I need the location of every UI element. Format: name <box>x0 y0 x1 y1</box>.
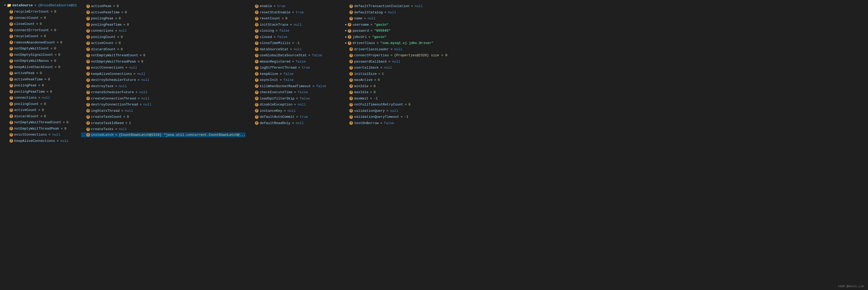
field-row-notEmptyWaitThreadPeak: f notEmptyWaitThreadPeak = 0 <box>4 125 77 132</box>
field-value: null <box>367 16 375 21</box>
column-3: f defaultTransactionIsolation = null f d… <box>342 2 449 288</box>
field-value: 0 <box>64 126 66 132</box>
field-name: recycleErrorCount <box>14 9 49 14</box>
field-row-driverClassLoader: f driverClassLoader = null <box>344 46 447 52</box>
field-row-notEmptyWaitThreadCount: f notEmptyWaitThreadCount = 0 <box>4 119 77 125</box>
field-name: notEmptySignalCount <box>14 52 53 58</box>
field-badge: f <box>349 60 353 63</box>
column-0: ▼ 📁 dataSource = {DruidDataSource@21 f r… <box>0 2 79 288</box>
field-name: userCallback <box>354 65 379 70</box>
field-row-logDifferentThread: f logDifferentThread = true <box>250 65 340 71</box>
field-row-discardCount: f discardCount = 0 <box>81 46 245 52</box>
field-row-poolingPeakTime: f poolingPeakTime = 0 <box>4 89 77 95</box>
field-name: keepAlive <box>259 71 278 77</box>
field-name: destroyTask <box>91 84 114 89</box>
field-name: destroyConnectionThread <box>91 102 138 107</box>
field-value: true <box>296 10 304 15</box>
col2-rows: f enable = true f resetStatEnable = true… <box>250 3 340 126</box>
field-badge: f <box>86 29 90 33</box>
field-name: closed <box>259 35 272 40</box>
field-name: discardCount <box>14 114 39 119</box>
field-badge: f <box>255 90 258 94</box>
field-badge: f <box>9 10 13 13</box>
field-name: poolingPeakTime <box>91 22 122 28</box>
field-value: "gavin" <box>374 22 389 28</box>
field-badge: f <box>86 4 90 8</box>
field-value: false <box>279 28 289 34</box>
field-row-poolingPeak: f poolingPeak = 0 <box>81 15 245 22</box>
field-row-driverClass: ▶ f driverClass = "com.mysql.cj.jdbc.Dri… <box>344 40 447 46</box>
field-row-userCallback: f userCallback = null <box>344 65 447 71</box>
field-badge: f <box>349 53 353 57</box>
field-badge: f <box>86 41 90 45</box>
field-badge: f <box>86 109 90 113</box>
expand-arrow[interactable]: ▶ <box>345 23 347 27</box>
field-row-initialSize: f initialSize = 1 <box>344 71 447 77</box>
field-name: maxWait <box>354 96 368 101</box>
field-value: 0 <box>54 58 56 64</box>
field-badge: f <box>9 90 13 94</box>
field-value: null <box>52 132 60 137</box>
collapse-arrow[interactable]: ▼ <box>4 4 6 7</box>
field-value: null <box>394 47 402 52</box>
field-row-keepAlive: f keepAlive = false <box>250 71 340 77</box>
field-value: null <box>287 108 296 114</box>
field-row-username: ▶ f username = "gavin" <box>344 22 447 28</box>
field-badge: f <box>86 115 90 119</box>
field-name: defaultTransactionIsolation <box>354 4 409 9</box>
field-row-defaultAutoCommit: f defaultAutoCommit = true <box>250 114 340 120</box>
field-row-initStackTrace: f initStackTrace = null <box>250 22 340 28</box>
field-name: activePeakTime <box>91 10 120 15</box>
field-badge: f <box>86 10 90 14</box>
expand-arrow[interactable]: ▶ <box>345 41 347 45</box>
field-badge: f <box>9 133 13 137</box>
field-value: null <box>137 71 145 77</box>
field-name: maxIdle <box>354 90 368 95</box>
field-row-resetCount: f resetCount = 0 <box>250 15 340 22</box>
field-value: null <box>129 65 137 70</box>
field-badge: f <box>9 127 13 130</box>
field-badge: f <box>9 59 13 63</box>
col1-rows: f activePeak = 0 f activePeakTime = 0 f … <box>81 3 245 137</box>
field-row-activeCount: f activeCount = 0 <box>4 107 77 113</box>
expand-arrow[interactable]: ▶ <box>345 29 347 33</box>
field-badge: f <box>255 121 258 125</box>
field-row-notEmptyWaitCount: f notEmptyWaitCount = 0 <box>4 45 77 52</box>
field-badge: f <box>9 22 13 26</box>
field-name: instanceKey <box>259 108 282 114</box>
field-row-checkExecuteTime: f checkExecuteTime = false <box>250 89 340 96</box>
field-value: 0 <box>54 46 56 51</box>
field-badge: f <box>86 90 90 94</box>
field-value: null <box>143 102 151 107</box>
field-row-password: ▶ f password = "955945" <box>344 28 447 34</box>
field-name: keepAliveConnections <box>91 71 132 77</box>
field-name: activeCount <box>91 41 114 46</box>
field-badge: f <box>86 128 90 131</box>
expand-arrow[interactable]: ▶ <box>345 35 347 39</box>
field-name: resetStatEnable <box>259 10 290 15</box>
field-name: defaultAutoCommit <box>259 114 294 120</box>
field-name: enable <box>259 4 272 9</box>
field-row-jdbcUrl: ▶ f jdbcUrl = "gavin" <box>344 34 447 40</box>
field-value: 0 <box>42 108 44 113</box>
field-name: loadSpifilterSkip <box>259 96 294 101</box>
field-row-logStatsThread: f logStatsThread = null <box>81 108 245 114</box>
field-badge: f <box>86 60 90 63</box>
field-name: initialSize <box>354 71 377 77</box>
field-name: minIdle <box>354 84 368 89</box>
field-badge: f <box>349 97 353 100</box>
root-label: dataSource <box>12 3 33 7</box>
field-badge: f <box>86 53 90 57</box>
field-value: null <box>119 84 127 89</box>
field-name: notEmptyWaitThreadCount <box>91 53 138 58</box>
field-row-name: f name = null <box>344 15 447 22</box>
field-name: activeCount <box>14 108 37 113</box>
field-value: null <box>42 95 50 101</box>
field-value: 0 <box>60 40 62 45</box>
field-value: 0 <box>44 15 46 21</box>
field-value: {CountDownLatch@2316} "java.util.concurr… <box>119 133 246 137</box>
field-row-destroySchedulerFuture: f destroySchedulerFuture = null <box>81 77 245 83</box>
field-value: "gavin" <box>372 35 386 40</box>
field-row-activePeakTime: f activePeakTime = 0 <box>4 76 77 83</box>
field-name: jdbcUrl <box>352 35 367 40</box>
